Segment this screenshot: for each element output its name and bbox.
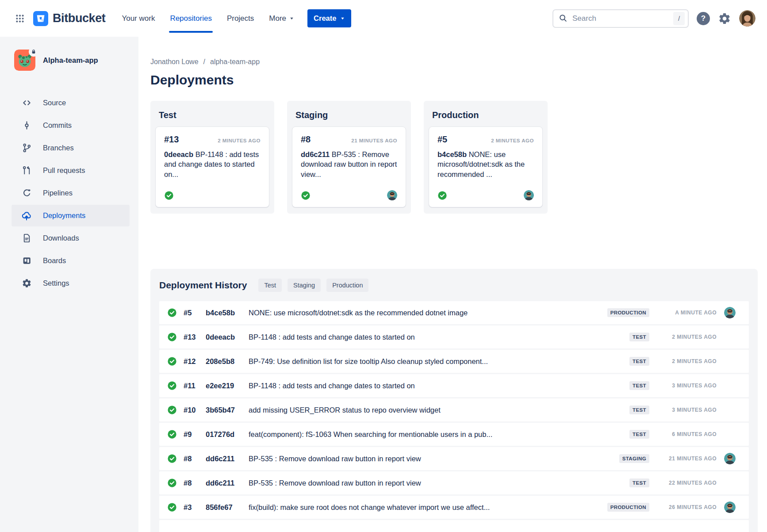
deployment-summary-card[interactable]: #5 2 MINUTES AGO b4ce58b NONE: use micro… — [429, 126, 543, 207]
success-status-icon — [301, 191, 311, 200]
deployment-time: A MINUTE AGO — [649, 310, 717, 316]
sidebar-item-boards[interactable]: Boards — [12, 250, 130, 272]
deployment-summary-card[interactable]: #13 2 MINUTES AGO 0deeacb BP-1148 : add … — [155, 126, 269, 207]
create-button[interactable]: Create — [307, 9, 351, 27]
search-shortcut-hint: / — [673, 12, 685, 25]
repo-sidebar: Alpha-team-app Source Commits Branches P… — [0, 37, 138, 532]
commit-hash[interactable]: 0deeacb — [164, 150, 193, 158]
boards-icon — [21, 256, 32, 266]
nav-item-projects[interactable]: Projects — [219, 0, 261, 37]
nav-item-more[interactable]: More — [261, 0, 302, 37]
deployment-history-row[interactable]: #10 3b65b47 add missing USER_ERROR statu… — [159, 398, 749, 421]
success-status-icon — [167, 429, 177, 439]
search-icon — [558, 13, 568, 23]
commit-hash[interactable]: dd6c211 — [301, 150, 330, 158]
user-avatar[interactable] — [739, 10, 755, 27]
search-input[interactable] — [572, 14, 669, 23]
help-icon[interactable]: ? — [697, 12, 710, 25]
repo-name: Alpha-team-app — [43, 56, 98, 65]
commit-message: BP-1148 : add tests and change dates to … — [249, 333, 629, 341]
deployment-number: #8 — [184, 479, 206, 487]
commit-hash[interactable]: 017276d — [206, 430, 249, 439]
filter-chip-production[interactable]: Production — [326, 279, 368, 292]
success-status-icon — [167, 502, 177, 512]
deployment-time: 3 MINUTES AGO — [649, 407, 717, 413]
lock-icon — [29, 47, 38, 57]
deployment-time: 26 MINUTES AGO — [649, 504, 717, 510]
deployment-history-row[interactable]: #13 0deeacb BP-1148 : add tests and chan… — [159, 325, 749, 348]
success-status-icon — [164, 191, 174, 200]
primary-nav: Your work Repositories Projects More — [114, 0, 302, 37]
deployer-avatar — [724, 501, 736, 513]
sidebar-item-pipelines[interactable]: Pipelines — [12, 182, 130, 204]
commit-hash[interactable]: dd6c211 — [206, 455, 249, 463]
main-content: Jonathon Lowe / alpha-team-app Deploymen… — [138, 37, 767, 532]
deployment-time: 21 MINUTES AGO — [649, 455, 717, 462]
commit-hash[interactable]: b4ce58b — [206, 309, 249, 317]
commit-hash[interactable]: 3b65b47 — [206, 406, 249, 414]
deployment-time: 2 MINUTES AGO — [218, 138, 261, 143]
pipelines-icon — [21, 188, 32, 198]
commit-message: NONE: use microsoft/dotnet:sdk as the re… — [249, 309, 607, 317]
sidebar-item-deployments[interactable]: Deployments — [12, 205, 130, 226]
downloads-icon — [21, 233, 32, 243]
nav-item-your-work[interactable]: Your work — [114, 0, 162, 37]
sidebar-item-pull-requests[interactable]: Pull requests — [12, 160, 130, 181]
deployment-history-row[interactable]: #8 dd6c211 BP-535 : Remove download raw … — [159, 447, 749, 470]
commit-hash[interactable]: dd6c211 — [206, 479, 249, 487]
deployment-history-row[interactable]: #12 208e5b8 BP-749: Use definition list … — [159, 350, 749, 373]
chevron-down-icon — [289, 16, 294, 21]
breadcrumb: Jonathon Lowe / alpha-team-app — [150, 58, 767, 66]
commit-icon — [21, 120, 32, 130]
bitbucket-logo[interactable]: Bitbucket — [33, 11, 105, 26]
nav-item-repositories[interactable]: Repositories — [162, 0, 219, 37]
commit-hash[interactable]: 208e5b8 — [206, 357, 249, 366]
deployer-avatar — [524, 190, 534, 200]
deployment-history-row[interactable]: #5 b4ce58b NONE: use microsoft/dotnet:sd… — [159, 301, 749, 324]
code-icon — [21, 98, 32, 108]
environment-cards: Test #13 2 MINUTES AGO 0deeacb BP-1148 :… — [150, 101, 767, 214]
environment-badge: TEST — [629, 430, 649, 439]
sidebar-item-commits[interactable]: Commits — [12, 115, 130, 136]
deployment-history-row[interactable]: #8 dd6c211 BP-535 : Remove download raw … — [159, 471, 749, 494]
environment-badge: TEST — [629, 406, 649, 414]
environment-card-test: Test #13 2 MINUTES AGO 0deeacb BP-1148 :… — [150, 101, 274, 214]
commit-message: BP-535 : Remove download raw button in r… — [249, 455, 619, 463]
deployment-summary-card[interactable]: #8 21 MINUTES AGO dd6c211 BP-535 : Remov… — [292, 126, 406, 207]
sidebar-item-downloads[interactable]: Downloads — [12, 227, 130, 249]
commit-summary: dd6c211 BP-535 : Remove download raw but… — [301, 149, 397, 179]
deployment-number: #9 — [184, 430, 206, 439]
filter-chip-test[interactable]: Test — [258, 279, 282, 292]
sidebar-item-settings[interactable]: Settings — [12, 272, 130, 294]
environment-badge: PRODUCTION — [607, 503, 649, 512]
commit-hash[interactable]: b4ce58b — [437, 150, 467, 158]
deployer-avatar — [724, 453, 736, 464]
deployment-history-row[interactable]: #11 e2ee219 BP-1148 : add tests and chan… — [159, 374, 749, 397]
deployment-history-row[interactable]: #9 017276d feat(component): fS-1063 When… — [159, 423, 749, 446]
app-switcher-icon[interactable] — [12, 11, 28, 27]
nav-right-group: / ? — [552, 9, 755, 28]
environment-badge: TEST — [629, 357, 649, 366]
sidebar-item-source[interactable]: Source — [12, 92, 130, 114]
gear-icon[interactable] — [718, 12, 731, 25]
commit-hash[interactable]: e2ee219 — [206, 382, 249, 390]
chevron-down-icon — [340, 16, 345, 21]
search-box[interactable]: / — [552, 9, 689, 28]
sidebar-item-branches[interactable]: Branches — [12, 137, 130, 159]
commit-message: BP-749: Use definition list for size too… — [249, 357, 629, 366]
deployment-time: 2 MINUTES AGO — [649, 334, 717, 340]
repo-header[interactable]: Alpha-team-app — [0, 50, 138, 71]
environment-badge: STAGING — [619, 454, 649, 463]
commit-hash[interactable]: 856fe67 — [206, 503, 249, 512]
commit-message: feat(component): fS-1063 When searching … — [249, 430, 629, 439]
breadcrumb-owner[interactable]: Jonathon Lowe — [150, 58, 199, 66]
commit-hash[interactable]: 0deeacb — [206, 333, 249, 341]
success-status-icon — [167, 454, 177, 463]
deployment-history-row[interactable]: #3 856fe67 fix(build): make sure root do… — [159, 496, 749, 519]
commit-summary: 0deeacb BP-1148 : add tests and change d… — [164, 149, 261, 179]
success-status-icon — [167, 332, 177, 342]
breadcrumb-repo[interactable]: alpha-team-app — [210, 58, 260, 66]
deployments-icon — [21, 211, 32, 221]
deployment-time: 2 MINUTES AGO — [491, 138, 534, 143]
filter-chip-staging[interactable]: Staging — [288, 279, 321, 292]
